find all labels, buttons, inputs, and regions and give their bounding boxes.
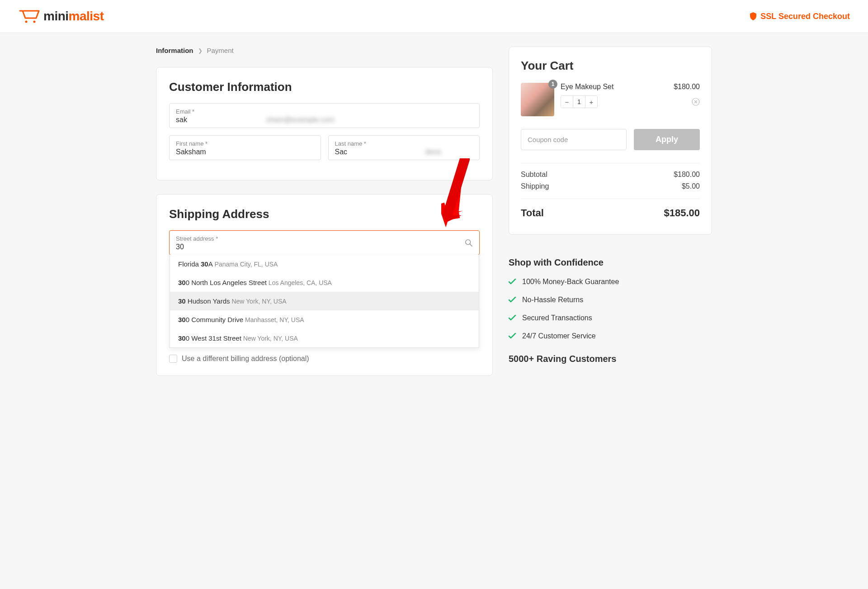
svg-point-4 — [466, 239, 471, 244]
shop-confidence-section: Shop with Confidence 100% Money-Back Gua… — [509, 257, 712, 364]
logo-text-mini: mini — [43, 9, 69, 23]
cart-item-price: $180.00 — [674, 83, 700, 91]
subtotal-value: $180.00 — [674, 171, 700, 179]
svg-line-5 — [470, 244, 472, 246]
ssl-text: SSL Secured Checkout — [760, 12, 850, 21]
chevron-right-icon: ❯ — [198, 48, 203, 54]
autocomplete-suggestion[interactable]: 300 North Los Angeles Street Los Angeles… — [170, 273, 479, 292]
autocomplete-suggestion[interactable]: 300 Community Drive Manhasset, NY, USA — [170, 310, 479, 329]
cart-card: Your Cart 1 Eye Makeup Set $180.00 − 1 + — [509, 47, 712, 235]
check-icon — [509, 315, 516, 321]
page-header: minimalist SSL Secured Checkout — [0, 0, 868, 33]
last-name-field-wrapper[interactable]: Last name * deva — [328, 135, 480, 160]
street-address-field[interactable] — [176, 243, 473, 251]
check-icon — [509, 297, 516, 303]
confidence-item: No-Hassle Returns — [509, 296, 712, 304]
billing-address-checkbox[interactable]: Use a different billing address (optiona… — [169, 355, 480, 363]
first-name-field[interactable] — [176, 148, 314, 156]
apply-coupon-button[interactable]: Apply — [634, 129, 700, 150]
confidence-item: 100% Money-Back Guarantee — [509, 278, 712, 286]
email-field[interactable] — [176, 116, 266, 124]
breadcrumb-step-payment[interactable]: Payment — [207, 47, 234, 54]
coupon-input[interactable] — [521, 129, 627, 150]
total-value: $185.00 — [664, 207, 700, 219]
cart-icon — [18, 8, 40, 24]
shipping-row: Shipping $5.00 — [521, 182, 700, 190]
email-field-wrapper[interactable]: Email * sham@example.com — [169, 103, 480, 128]
quantity-stepper: − 1 + — [561, 95, 598, 108]
svg-point-0 — [25, 21, 28, 23]
autocomplete-suggestion[interactable]: 300 West 31st Street New York, NY, USA — [170, 329, 479, 347]
first-name-label: First name * — [176, 140, 314, 147]
cart-item: 1 Eye Makeup Set $180.00 − 1 + — [521, 83, 700, 116]
email-label: Email * — [176, 108, 473, 115]
address-autocomplete-dropdown: Florida 30A Panama City, FL, USA 300 Nor… — [170, 255, 479, 348]
total-label: Total — [521, 207, 544, 219]
last-name-label: Last name * — [335, 140, 473, 147]
check-icon — [509, 279, 516, 285]
first-name-field-wrapper[interactable]: First name * — [169, 135, 321, 160]
shield-icon — [750, 12, 757, 20]
confidence-item: Secured Transactions — [509, 314, 712, 322]
qty-value: 1 — [573, 96, 585, 108]
street-address-field-wrapper[interactable]: Street address * Florida 30A Panama City… — [169, 230, 480, 255]
search-icon — [465, 239, 473, 247]
ssl-badge: SSL Secured Checkout — [750, 12, 850, 21]
cart-title: Your Cart — [521, 59, 700, 73]
street-address-label: Street address * — [176, 235, 473, 242]
cart-item-name: Eye Makeup Set — [561, 83, 613, 91]
breadcrumb-step-information[interactable]: Information — [156, 47, 193, 54]
autocomplete-suggestion[interactable]: Florida 30A Panama City, FL, USA — [170, 255, 479, 273]
logo[interactable]: minimalist — [18, 8, 104, 24]
confidence-title: Shop with Confidence — [509, 257, 712, 268]
shipping-value: $5.00 — [682, 182, 700, 190]
customer-info-card: Customer Information Email * sham@exampl… — [156, 67, 493, 180]
shipping-label: Shipping — [521, 182, 549, 190]
product-thumbnail: 1 — [521, 83, 554, 116]
qty-decrease-button[interactable]: − — [561, 96, 573, 108]
raving-customers-title: 5000+ Raving Customers — [509, 354, 712, 364]
remove-item-button[interactable] — [692, 98, 700, 106]
breadcrumb: Information ❯ Payment — [156, 47, 493, 54]
check-icon — [509, 333, 516, 339]
autocomplete-suggestion[interactable]: 30 Hudson Yards New York, NY, USA — [170, 292, 479, 310]
billing-checkbox-label: Use a different billing address (optiona… — [182, 355, 309, 363]
last-name-field[interactable] — [335, 148, 425, 156]
subtotal-label: Subtotal — [521, 171, 547, 179]
logo-text-malist: malist — [69, 9, 104, 23]
qty-increase-button[interactable]: + — [585, 96, 597, 108]
shipping-address-card: Shipping Address Street address * Florid… — [156, 194, 493, 376]
svg-point-1 — [33, 21, 36, 23]
shipping-title: Shipping Address — [169, 207, 480, 221]
confidence-item: 24/7 Customer Service — [509, 332, 712, 340]
quantity-badge: 1 — [548, 80, 557, 89]
total-row: Total $185.00 — [521, 199, 700, 219]
checkbox-icon[interactable] — [169, 355, 177, 363]
customer-info-title: Customer Information — [169, 80, 480, 94]
subtotal-row: Subtotal $180.00 — [521, 171, 700, 179]
